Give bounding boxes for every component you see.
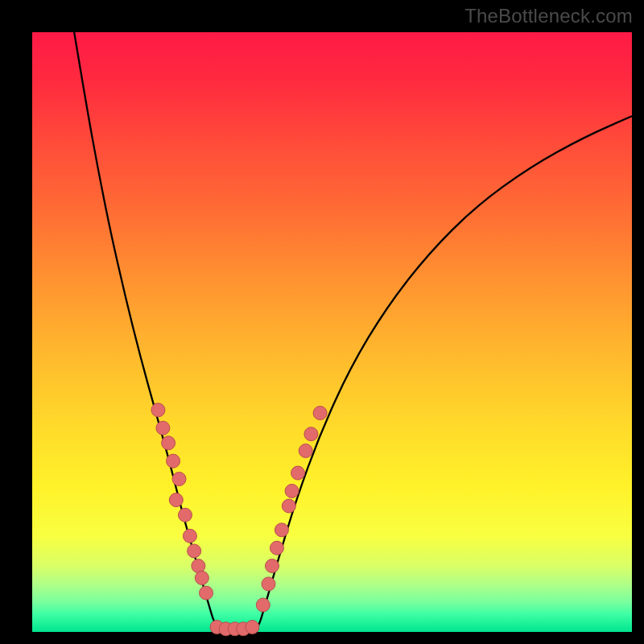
data-point xyxy=(313,407,327,420)
data-point xyxy=(162,436,175,450)
data-point xyxy=(285,484,299,497)
data-point xyxy=(275,523,288,537)
data-point xyxy=(270,541,283,555)
data-point xyxy=(178,508,192,522)
curve-group xyxy=(74,32,632,632)
data-point xyxy=(246,621,259,634)
data-point xyxy=(188,544,201,558)
bottleneck-curve xyxy=(74,32,632,632)
data-point xyxy=(169,493,183,507)
data-point xyxy=(256,598,270,612)
data-point xyxy=(282,499,295,513)
data-point xyxy=(195,571,208,584)
data-point xyxy=(192,559,205,573)
data-point xyxy=(167,454,180,468)
data-point xyxy=(151,403,165,417)
data-point xyxy=(299,444,312,458)
data-point xyxy=(291,466,305,480)
data-point xyxy=(304,427,318,441)
chart-overlay xyxy=(32,32,632,632)
data-point xyxy=(266,559,279,573)
watermark-text: TheBottleneck.com xyxy=(464,5,633,27)
data-point xyxy=(183,529,196,543)
data-point xyxy=(200,586,213,600)
data-point xyxy=(172,473,186,486)
points-group xyxy=(151,403,327,636)
outer-frame: TheBottleneck.com xyxy=(0,0,644,644)
data-point xyxy=(156,421,170,435)
data-point xyxy=(262,577,275,591)
